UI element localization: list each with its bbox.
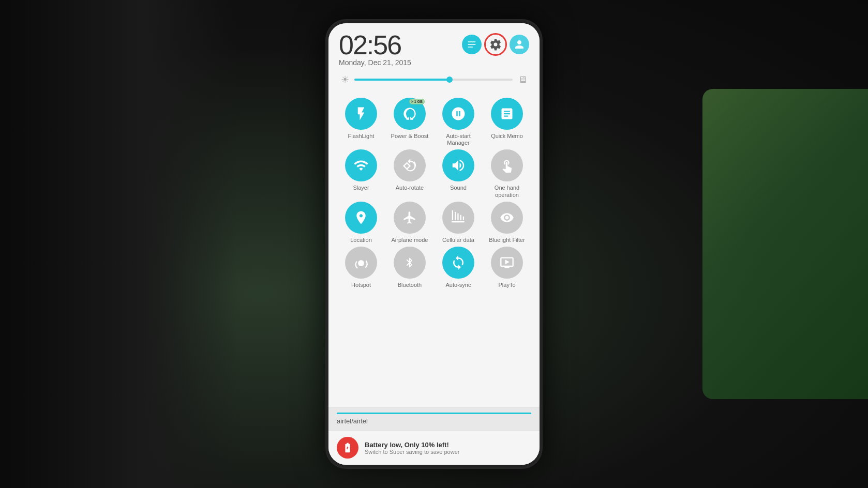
autosync-label: Auto-sync: [446, 282, 471, 288]
bluetooth-circle: [394, 247, 426, 279]
autostart-circle: [442, 98, 474, 130]
hotspot-item[interactable]: Hotspot: [340, 247, 382, 288]
playto-label: PlayTo: [498, 282, 515, 288]
playto-circle: [491, 247, 523, 279]
hotspot-label: Hotspot: [351, 282, 371, 288]
bluetooth-label: Bluetooth: [398, 282, 422, 288]
sound-label: Sound: [450, 185, 467, 191]
sound-circle: [442, 149, 474, 181]
autosync-item[interactable]: Auto-sync: [438, 247, 479, 288]
cellular-circle: [442, 202, 474, 234]
svg-rect-2: [468, 47, 473, 48]
battery-icon: [342, 442, 353, 453]
flashlight-icon: [353, 106, 369, 121]
brightness-bar[interactable]: [354, 79, 513, 81]
user-icon: [514, 39, 525, 50]
settings-highlight: [484, 33, 507, 56]
sync-icon: [451, 255, 466, 270]
notification-subtitle: Switch to Super saving to save power: [365, 449, 531, 455]
airplane-item[interactable]: Airplane mode: [389, 202, 430, 243]
bluetooth-item[interactable]: Bluetooth: [389, 247, 430, 288]
svg-rect-0: [468, 41, 476, 42]
one-hand-item[interactable]: One hand operation: [486, 149, 528, 198]
sound-icon: [451, 158, 466, 173]
autostart-icon: [451, 106, 466, 121]
airplane-icon: [402, 210, 417, 225]
qs-row-1: FlashLight > 1 GB Power & Boost: [337, 98, 531, 146]
auto-rotate-circle: [394, 149, 426, 181]
notification-title: Battery low, Only 10% left!: [365, 441, 531, 449]
user-button[interactable]: [510, 35, 529, 54]
brightness-fill: [354, 79, 450, 81]
tasks-icon: [467, 39, 477, 50]
svg-rect-1: [468, 44, 476, 45]
location-label: Location: [350, 237, 372, 243]
notification-icon: [337, 437, 358, 459]
one-hand-label: One hand operation: [486, 185, 528, 198]
network-indicator: [337, 413, 531, 414]
auto-rotate-label: Auto-rotate: [396, 185, 424, 191]
hotspot-icon: [354, 255, 368, 270]
slayer-circle: [345, 149, 377, 181]
sound-item[interactable]: Sound: [438, 149, 479, 198]
notification-bar[interactable]: Battery low, Only 10% left! Switch to Su…: [328, 430, 540, 465]
quick-memo-label: Quick Memo: [491, 133, 523, 140]
cellular-icon: [451, 210, 466, 225]
settings-button[interactable]: [486, 35, 505, 54]
date-display: Monday, Dec 21, 2015: [339, 58, 411, 67]
quick-memo-circle: [491, 98, 523, 130]
memo-icon: [500, 106, 514, 121]
cellular-item[interactable]: Cellular data: [438, 202, 479, 243]
header-top: 02:56 Monday, Dec 21, 2015: [339, 32, 529, 72]
brightness-row: ☀ 🖥: [339, 74, 529, 85]
qs-row-4: Hotspot Bluetooth: [337, 247, 531, 288]
onehand-icon: [500, 158, 514, 173]
quick-memo-item[interactable]: Quick Memo: [486, 98, 528, 146]
autosync-circle: [442, 247, 474, 279]
time-block: 02:56 Monday, Dec 21, 2015: [339, 32, 411, 72]
qs-row-2: Slayer Auto-rotate: [337, 149, 531, 198]
bluelight-icon: [500, 210, 514, 225]
autostart-item[interactable]: Auto-start Manager: [438, 98, 479, 146]
airplane-label: Airplane mode: [392, 237, 428, 243]
power-boost-label: Power & Boost: [391, 133, 429, 140]
phone-device: 02:56 Monday, Dec 21, 2015: [325, 19, 543, 469]
quick-settings-grid: FlashLight > 1 GB Power & Boost: [328, 94, 540, 407]
left-overlay: [0, 0, 238, 488]
one-hand-circle: [491, 149, 523, 181]
playto-item[interactable]: PlayTo: [486, 247, 528, 288]
autostart-label: Auto-start Manager: [438, 133, 479, 146]
flashlight-circle: [345, 98, 377, 130]
time-display: 02:56: [339, 32, 411, 58]
green-decoration: [702, 89, 868, 399]
rotate-icon: [402, 158, 417, 173]
airplane-circle: [394, 202, 426, 234]
slayer-label: Slayer: [353, 185, 369, 191]
bluelight-circle: [491, 202, 523, 234]
screen-icon: 🖥: [518, 74, 527, 85]
header-icons: [462, 35, 529, 54]
brightness-handle[interactable]: [446, 77, 453, 83]
power-boost-circle: > 1 GB: [394, 98, 426, 130]
cellular-label: Cellular data: [442, 237, 474, 243]
playto-icon: [500, 255, 514, 270]
flashlight-item[interactable]: FlashLight: [340, 98, 382, 146]
auto-rotate-item[interactable]: Auto-rotate: [389, 149, 430, 198]
location-circle: [345, 202, 377, 234]
power-boost-item[interactable]: > 1 GB Power & Boost: [389, 98, 430, 146]
qs-row-3: Location Airplane mode: [337, 202, 531, 243]
wifi-icon: [353, 158, 369, 173]
header-area: 02:56 Monday, Dec 21, 2015: [328, 23, 540, 94]
slayer-item[interactable]: Slayer: [340, 149, 382, 198]
phone-screen: 02:56 Monday, Dec 21, 2015: [328, 23, 540, 465]
tasks-button[interactable]: [462, 35, 482, 54]
bluelight-label: Bluelight Filter: [489, 237, 525, 243]
location-item[interactable]: Location: [340, 202, 382, 243]
hotspot-circle: [345, 247, 377, 279]
brightness-low-icon: ☀: [341, 74, 349, 85]
boost-icon: [402, 106, 417, 121]
network-label: airtel/airtel: [337, 417, 368, 425]
flashlight-label: FlashLight: [348, 133, 375, 140]
bluelight-item[interactable]: Bluelight Filter: [486, 202, 528, 243]
boost-badge: > 1 GB: [409, 99, 425, 104]
